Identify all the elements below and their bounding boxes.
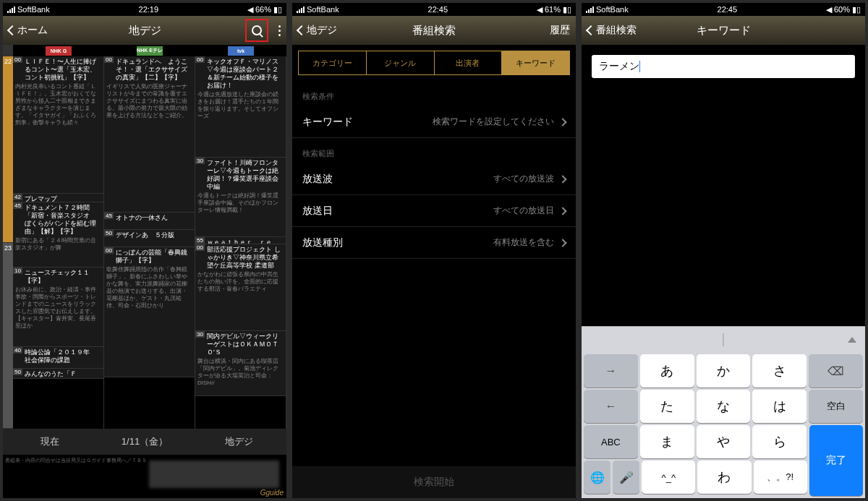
page-title: キーワード — [697, 24, 751, 38]
clock: 22:45 — [428, 5, 448, 14]
screen-keyword-input: SoftBank 22:45 ◀ 60% ▮▯ 番組検索 キーワード ラーメン … — [582, 3, 865, 498]
nav-bar: 番組検索 キーワード — [582, 16, 865, 45]
history-button[interactable]: 履歴 — [550, 24, 570, 37]
back-button[interactable]: ホーム — [9, 24, 48, 37]
battery-icon: ▮▯ — [563, 5, 571, 14]
prog-title: オトナの一休さん — [116, 214, 192, 222]
tab-keyword[interactable]: キーワード — [502, 51, 569, 74]
prog-minute: 50 — [13, 369, 22, 375]
key-prev[interactable]: ← — [584, 390, 638, 423]
search-button[interactable] — [245, 19, 268, 42]
tab-genre[interactable]: ジャンル — [367, 51, 435, 74]
key-done[interactable]: 完了 — [809, 425, 863, 496]
location-icon: ◀ — [247, 5, 253, 14]
keyboard: → あ か さ ⌫ ← た な は 空白 ABC ま や ら 完了 🌐 🎤 ^_… — [582, 352, 865, 498]
key-mic[interactable]: 🎤 — [613, 461, 639, 494]
prog-title: 部活応援プロジェクト しゃかりき▽神奈川県立希望ケ丘高等学校 柔道部 — [207, 246, 284, 270]
key-delete[interactable]: ⌫ — [809, 354, 863, 387]
program-cell[interactable]: 00にっぽんの芸能「春興鏡獅子」【字】歌舞伎舞踊屈指の名作「春興鏡獅子」。新春に… — [104, 247, 195, 377]
key-na[interactable]: な — [697, 390, 751, 423]
program-cell[interactable]: 50みんなのうた「Ｆ — [13, 369, 103, 379]
prog-title: ＬＩＦＥ！〜人生に捧げるコント〜選「玉木宏、コント初挑戦」【字】 — [25, 58, 101, 82]
prog-minute: 42 — [13, 194, 22, 200]
chevron-left-icon — [7, 25, 17, 35]
channel-logo[interactable]: tvk — [228, 46, 254, 56]
prog-minute: 40 — [13, 347, 22, 354]
nav-bar: ホーム 地デジ — [3, 16, 286, 45]
section-label: 検索条件 — [292, 81, 576, 106]
keyword-input[interactable]: ラーメン — [592, 55, 855, 78]
key-ha[interactable]: は — [752, 390, 807, 423]
battery-pct: 60% — [834, 5, 850, 14]
key-ta[interactable]: た — [640, 390, 694, 423]
key-a[interactable]: あ — [640, 354, 694, 387]
setting-row[interactable]: 放送日すべての放送日 — [292, 195, 576, 227]
prog-minute: 50 — [104, 230, 114, 236]
program-cell[interactable]: 00部活応援プロジェクト しゃかりき▽神奈川県立希望ケ丘高等学校 柔道部かながわ… — [195, 244, 286, 331]
date-picker[interactable]: 1/11（金） — [98, 435, 192, 448]
key-sa[interactable]: さ — [752, 354, 807, 387]
key-ka[interactable]: か — [697, 354, 751, 387]
prog-minute: 00 — [104, 56, 114, 63]
setting-row[interactable]: 放送種別有料放送を含む — [292, 227, 576, 259]
key-emoji[interactable]: ^_^ — [642, 461, 695, 494]
footer: 番組表・内容の問合せは当該局又はＧガイド事務局へ／ＴＢＳ Gguide — [3, 455, 286, 498]
bottom-bar: 現在 1/11（金） 地デジ — [3, 429, 286, 455]
screen-epg: SoftBank 22:19 ◀ 66% ▮▯ ホーム 地デジ NHK G NH… — [3, 3, 286, 498]
program-cell[interactable]: 00キックオフＦ・マリノス▽今週は座談会パート２＆新チーム始動の様子をお届け！今… — [195, 56, 286, 158]
tab-cast[interactable]: 出演者 — [435, 51, 503, 74]
program-cell[interactable]: 00ドキュランドへ ようこそ！・選「エクササイズの真実」【二】【字】イギリスで人… — [104, 56, 195, 213]
status-bar: SoftBank 22:45 ◀ 60% ▮▯ — [582, 3, 865, 16]
program-cell[interactable]: 30ファイト！川崎フロンターレ▽今週もトークは絶好調！？爆笑選手座談会中編今週も… — [195, 158, 286, 237]
prog-title: プレマップ — [25, 195, 101, 202]
page-title: 番組検索 — [412, 24, 456, 38]
keyword-row[interactable]: キーワード 検索ワードを設定してください — [292, 106, 576, 138]
prog-title: ニュースチェック１１【字】 — [25, 269, 101, 285]
status-bar: SoftBank 22:19 ◀ 66% ▮▯ — [3, 3, 286, 16]
now-button[interactable]: 現在 — [3, 435, 98, 448]
channel-logo[interactable]: NHK Eテレ — [137, 46, 163, 56]
tab-category[interactable]: カテゴリー — [299, 51, 367, 74]
tuner-picker[interactable]: 地デジ — [192, 435, 286, 448]
carrier: SoftBank — [17, 5, 50, 14]
key-ra[interactable]: ら — [752, 425, 807, 458]
key-wa[interactable]: わ — [697, 461, 751, 494]
program-cell[interactable]: 45ドキュメント７２時間「新宿・音楽スタジオ ぼくらがバンドを組む理由」【解】【… — [13, 202, 103, 267]
epg-grid[interactable]: 22 23 00ＬＩＦＥ！〜人生に捧げるコント〜選「玉木宏、コント初挑戦」【字】… — [3, 56, 286, 429]
suggestion-bar[interactable] — [582, 326, 865, 352]
prog-desc: 内村光良率いるコント番組「ＬＩＦＥ！」。玉木宏がおくてな男性から怪人二十面相まで… — [15, 83, 101, 127]
prog-desc: 歌舞伎舞踊屈指の名作「春興鏡獅子」。新春にふさわしい華やかな舞を、実力派舞踊家の… — [106, 266, 192, 309]
back-button[interactable]: 地デジ — [298, 24, 337, 37]
battery-icon: ▮▯ — [273, 5, 282, 14]
program-cell[interactable]: 40時論公論「２０１９年 社会保障の課題 — [13, 347, 103, 369]
key-globe[interactable]: 🌐 — [584, 461, 610, 494]
setting-row[interactable]: 放送波すべての放送波 — [292, 163, 576, 195]
prog-desc: イギリスで人気の医療ジャーナリストが今までの常識を覆すエクササイズにまつわる真実… — [106, 83, 192, 119]
key-ya[interactable]: や — [697, 425, 751, 458]
key-punct[interactable]: 、。?! — [754, 461, 807, 494]
ad-banner[interactable] — [149, 461, 279, 488]
hour-label: 22 — [3, 56, 13, 243]
search-start-button[interactable]: 検索開始 — [292, 466, 576, 498]
program-cell[interactable]: 42プレマップ — [13, 194, 103, 202]
prog-desc: かながわに頑張る県内の中高生たちの熱い汗を、全面的に応援する部活・青春バラエティ — [197, 271, 284, 293]
channel-logo[interactable]: NHK G — [46, 46, 72, 56]
program-cell[interactable]: 30関内デビル▽ウィークリーゲストはＯＫＡＭＯＴＯ'Ｓ舞台は横浜・関内にある喫茶… — [195, 331, 286, 396]
search-tabs: カテゴリー ジャンル 出演者 キーワード — [298, 51, 570, 75]
key-ma[interactable]: ま — [640, 425, 694, 458]
prog-title: みんなのうた「Ｆ — [25, 370, 101, 378]
expand-icon[interactable] — [848, 337, 856, 343]
program-cell[interactable]: 00ＬＩＦＥ！〜人生に捧げるコント〜選「玉木宏、コント初挑戦」【字】内村光良率い… — [13, 56, 103, 194]
menu-button[interactable] — [278, 25, 281, 36]
back-button[interactable]: 番組検索 — [587, 24, 637, 37]
program-cell[interactable]: 10ニュースチェック１１【字】お休み前に、政治・経済・事件事故・国際からスポーツ… — [13, 267, 103, 347]
prog-minute: 00 — [195, 56, 205, 63]
program-cell[interactable]: 50デザインあ ５分版 — [104, 230, 195, 247]
program-cell[interactable]: 45オトナの一休さん — [104, 213, 195, 230]
key-space[interactable]: 空白 — [809, 390, 863, 423]
key-next[interactable]: → — [584, 354, 638, 387]
key-abc[interactable]: ABC — [584, 425, 638, 458]
clock: 22:19 — [139, 5, 159, 14]
program-cell[interactable]: 55ｗｅａｔｈｅｒ ｒｅ — [195, 237, 286, 244]
prog-minute: 00 — [195, 244, 205, 251]
